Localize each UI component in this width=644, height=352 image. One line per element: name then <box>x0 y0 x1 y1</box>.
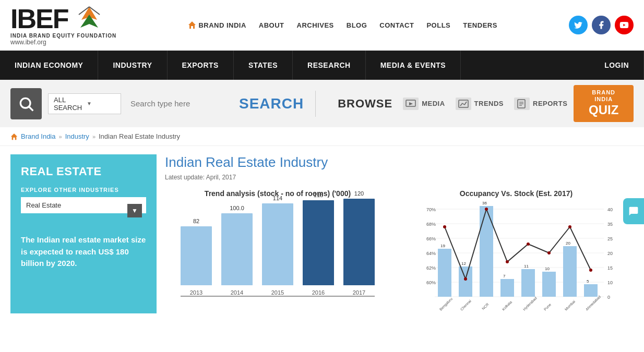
sidebar-title: REAL ESTATE <box>21 165 146 178</box>
magnifier-icon <box>18 95 34 112</box>
bar-2015: 114 2015 <box>262 195 293 296</box>
nav-tenders[interactable]: TENDERS <box>463 21 497 29</box>
browse-title: BROWSE <box>338 97 392 111</box>
divider <box>315 91 316 117</box>
dot-pune <box>547 251 551 254</box>
search-icon-box <box>10 88 42 119</box>
breadcrumb-brand-india[interactable]: Brand India <box>21 132 56 140</box>
youtube-icon[interactable] <box>615 16 634 34</box>
sidebar: REAL ESTATE EXPLORE OTHER INDUSTRIES Rea… <box>10 154 157 313</box>
breadcrumb-separator-2: » <box>92 133 96 140</box>
nav-about[interactable]: ABOUT <box>259 21 284 29</box>
svg-text:35: 35 <box>607 222 613 227</box>
nav-research[interactable]: RESEARCH <box>293 51 366 80</box>
browse-trends[interactable]: TRENDS <box>456 98 504 110</box>
svg-line-7 <box>29 107 33 111</box>
svg-text:Hyderabad: Hyderabad <box>522 296 538 311</box>
svg-marker-18 <box>11 133 17 140</box>
search-dropdown[interactable]: ALL SEARCH ▼ <box>48 93 121 114</box>
occ-bar-hyderabad <box>521 269 535 297</box>
svg-text:10: 10 <box>607 280 613 285</box>
social-icons <box>569 16 634 34</box>
svg-text:5: 5 <box>587 279 589 284</box>
svg-text:Mumbai: Mumbai <box>564 299 576 311</box>
svg-text:7: 7 <box>503 274 506 278</box>
svg-text:Pune: Pune <box>543 302 552 311</box>
nav-archives[interactable]: ARCHIVES <box>297 21 334 29</box>
svg-text:62%: 62% <box>426 265 436 271</box>
top-navigation: IBEF INDIA BRAND EQUITY FOUNDATION www.i… <box>0 0 644 51</box>
bar-2013: 82 2013 <box>181 218 212 296</box>
logo-url: www.ibef.org <box>10 39 116 46</box>
browse-media[interactable]: MEDIA <box>403 98 445 110</box>
occ-chart-title: Occupancy Vs. Stock (Est. 2017) <box>399 189 634 198</box>
main-content: REAL ESTATE EXPLORE OTHER INDUSTRIES Rea… <box>0 146 644 322</box>
dot-mumbai <box>568 225 571 228</box>
trends-icon <box>456 98 471 110</box>
svg-text:19: 19 <box>440 244 445 248</box>
svg-text:60%: 60% <box>426 280 436 285</box>
nav-polls[interactable]: POLLS <box>426 21 450 29</box>
nav-exports[interactable]: EXPORTS <box>168 51 234 80</box>
svg-text:40: 40 <box>607 207 613 212</box>
svg-marker-9 <box>409 102 413 105</box>
dot-kolkata <box>506 260 509 263</box>
twitter-icon[interactable] <box>569 16 588 34</box>
occ-bar-bengaluru <box>438 249 451 297</box>
nav-indian-economy[interactable]: INDIAN ECONOMY <box>0 51 98 80</box>
home-icon <box>188 21 196 29</box>
svg-text:20: 20 <box>566 241 570 246</box>
nav-states[interactable]: STATES <box>234 51 293 80</box>
svg-text:12: 12 <box>461 261 466 266</box>
main-navigation: INDIAN ECONOMY INDUSTRY EXPORTS STATES R… <box>0 51 644 80</box>
nav-login[interactable]: LOGIN <box>590 51 644 80</box>
svg-text:NCR: NCR <box>481 302 490 311</box>
search-input[interactable] <box>127 96 233 111</box>
occ-bar-chennai <box>459 266 472 297</box>
svg-line-11 <box>460 103 462 106</box>
nav-contact[interactable]: CONTACT <box>379 21 414 29</box>
ibef-bird-icon <box>71 4 108 33</box>
logo-text: IBEF <box>10 5 68 32</box>
bar-2014: 100.0 2014 <box>221 205 253 296</box>
search-bar: ALL SEARCH ▼ SEARCH BROWSE MEDIA TRENDS … <box>0 80 644 127</box>
bar-2017: 120 2017 <box>343 190 375 296</box>
dot-bengaluru <box>443 225 446 228</box>
bar-2016: 118 2016 <box>303 192 334 296</box>
chat-bubble[interactable] <box>623 198 644 224</box>
svg-text:11: 11 <box>524 264 529 269</box>
last-update: Latest update: April, 2017 <box>165 174 634 181</box>
bar-2017-fill <box>343 199 375 285</box>
sidebar-explore-label: EXPLORE OTHER INDUSTRIES <box>21 187 146 193</box>
chart-area: Indian Real Estate Industry Latest updat… <box>165 154 634 313</box>
facebook-icon[interactable] <box>592 16 611 34</box>
svg-marker-1 <box>80 15 98 28</box>
nav-media-events[interactable]: MEDIA & EVENTS <box>366 51 461 80</box>
browse-section: BROWSE MEDIA TRENDS REPORTS <box>338 97 567 111</box>
svg-text:68%: 68% <box>426 222 436 227</box>
search-button[interactable]: SEARCH <box>239 95 304 112</box>
svg-line-13 <box>464 102 467 105</box>
reports-icon <box>514 98 530 110</box>
nav-brand-india[interactable]: BRAND INDIA <box>188 21 246 29</box>
industry-select[interactable]: Real Estate <box>21 197 146 213</box>
bar-2016-fill <box>303 200 334 285</box>
breadcrumb-separator-1: » <box>59 133 62 140</box>
quiz-button[interactable]: BRAND INDIA QUIZ <box>574 85 634 122</box>
occ-bar-mumbai <box>563 246 577 297</box>
page-title: Indian Real Estate Industry <box>165 154 634 171</box>
svg-text:Chennai: Chennai <box>460 299 472 311</box>
svg-text:25: 25 <box>607 236 613 241</box>
nav-industry[interactable]: INDUSTRY <box>98 51 167 80</box>
svg-text:Ahmedabad: Ahmedabad <box>585 295 602 311</box>
svg-text:70%: 70% <box>426 207 436 212</box>
breadcrumb-industry[interactable]: Industry <box>65 132 89 140</box>
nav-blog[interactable]: BLOG <box>347 21 367 29</box>
occupancy-chart-svg: 70% 68% 66% 64% 62% 60% 40 35 25 20 15 1… <box>399 202 634 311</box>
svg-text:36: 36 <box>482 202 487 205</box>
browse-reports[interactable]: REPORTS <box>514 98 567 110</box>
bar-2013-fill <box>181 226 212 285</box>
breadcrumb: Brand India » Industry » Indian Real Est… <box>0 127 644 146</box>
bar-2015-fill <box>262 203 293 285</box>
bar-chart-bars: 82 2013 100.0 2014 114 <box>170 202 385 296</box>
